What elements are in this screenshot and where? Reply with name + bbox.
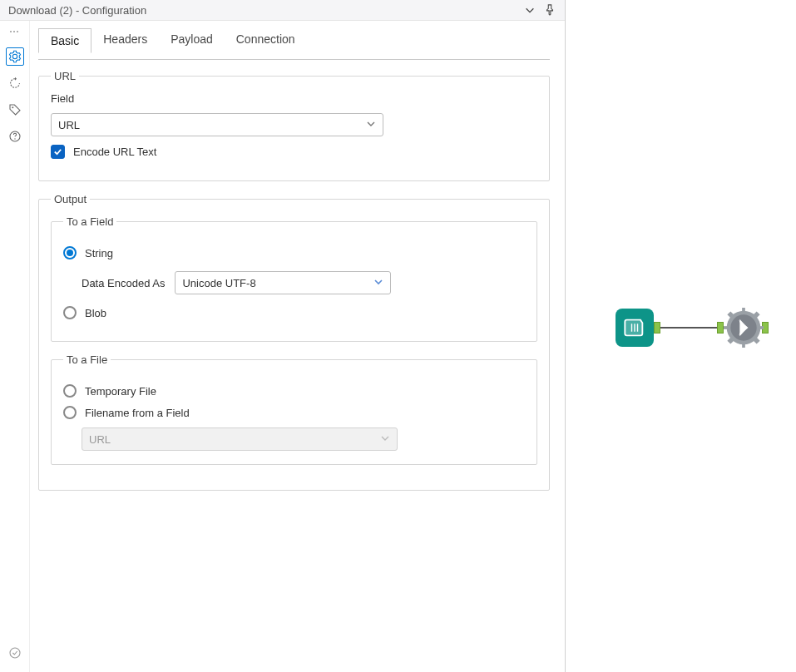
url-legend: URL [51, 70, 79, 82]
collapse-icon[interactable] [523, 3, 536, 17]
url-field-select[interactable]: URL [51, 113, 383, 136]
temp-file-label: Temporary File [85, 385, 156, 398]
configuration-panel: Download (2) - Configuration ⋯ [0, 0, 566, 672]
string-label: String [85, 247, 113, 259]
to-field-legend: To a Field [63, 215, 116, 228]
help-icon[interactable] [6, 127, 24, 146]
svg-rect-5 [742, 308, 745, 314]
tab-bar: Basic Headers Payload Connection [38, 27, 550, 53]
workflow-canvas[interactable] [566, 0, 796, 672]
tab-connection[interactable]: Connection [225, 27, 307, 52]
to-field-group: To a Field String Data Encoded As Unicod… [51, 215, 537, 342]
tag-icon[interactable] [6, 101, 24, 119]
svg-rect-6 [742, 342, 745, 348]
svg-rect-8 [758, 326, 764, 329]
input-tool-node[interactable] [616, 309, 654, 347]
titlebar: Download (2) - Configuration [0, 0, 565, 21]
config-content: Basic Headers Payload Connection URL Fie… [30, 21, 565, 672]
connection-wire[interactable] [660, 327, 717, 329]
url-group: URL Field URL Encode URL Text [38, 70, 550, 181]
pin-icon[interactable] [543, 3, 556, 17]
url-field-value: URL [58, 119, 80, 131]
workflow-nodes [616, 308, 769, 348]
encoding-select[interactable]: Unicode UTF-8 [175, 271, 391, 294]
output-group: Output To a Field String Data Encoded As… [38, 193, 550, 491]
to-file-group: To a File Temporary File Filename from a… [51, 353, 537, 465]
tab-headers[interactable]: Headers [91, 27, 159, 52]
more-icon[interactable]: ⋯ [9, 26, 20, 39]
panel-title: Download (2) - Configuration [8, 4, 523, 17]
encode-url-checkbox[interactable] [51, 145, 65, 159]
filename-field-label: Filename from a Field [85, 407, 190, 419]
left-toolbar: ⋯ [0, 21, 30, 672]
svg-point-2 [14, 138, 15, 139]
tab-basic[interactable]: Basic [38, 28, 91, 53]
filename-field-value: URL [89, 433, 111, 446]
encoded-as-label: Data Encoded As [82, 277, 165, 289]
svg-point-0 [12, 106, 13, 108]
chevron-down-icon [380, 433, 390, 446]
download-tool-node[interactable] [724, 308, 764, 348]
settings-icon[interactable] [6, 47, 24, 66]
encode-url-label: Encode URL Text [73, 146, 156, 158]
filename-field-select: URL [82, 427, 398, 451]
svg-point-3 [10, 648, 20, 658]
refresh-icon[interactable] [6, 74, 24, 92]
chevron-down-icon [366, 119, 376, 131]
string-radio[interactable] [63, 246, 77, 259]
output-legend: Output [51, 193, 90, 205]
tab-payload[interactable]: Payload [159, 27, 225, 52]
blob-radio[interactable] [63, 306, 77, 319]
to-file-legend: To a File [63, 353, 111, 366]
url-field-label: Field [51, 92, 537, 105]
input-anchor[interactable] [717, 322, 724, 334]
chevron-down-icon [373, 277, 383, 289]
encoding-value: Unicode UTF-8 [182, 277, 255, 289]
check-status-icon[interactable] [6, 644, 24, 662]
blob-label: Blob [85, 307, 106, 319]
filename-field-radio[interactable] [63, 406, 77, 419]
output-anchor[interactable] [654, 322, 660, 334]
svg-rect-7 [724, 326, 729, 329]
temp-file-radio[interactable] [63, 384, 77, 398]
